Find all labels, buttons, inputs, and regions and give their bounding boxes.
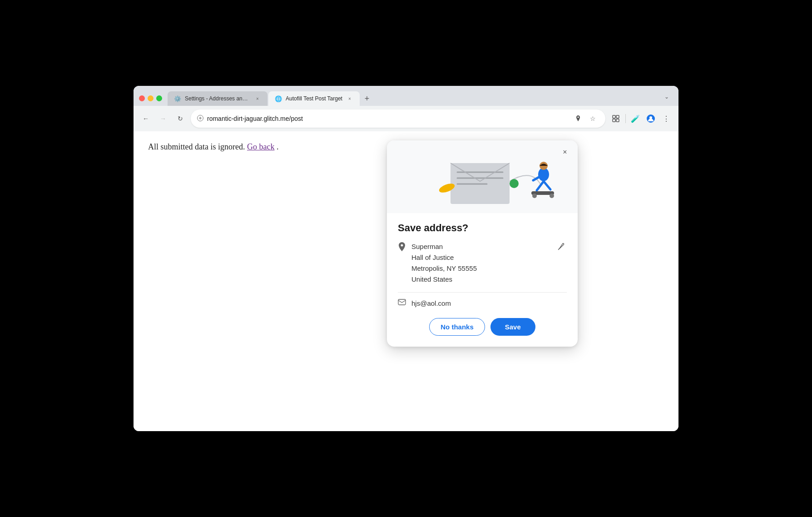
svg-point-14 <box>510 179 519 188</box>
title-bar: ⚙️ Settings - Addresses and mo × 🌐 Autof… <box>134 86 678 106</box>
svg-line-20 <box>537 181 544 190</box>
settings-tab-title: Settings - Addresses and mo <box>185 95 250 102</box>
submitted-data-text: All submitted data is ignored. <box>148 142 245 151</box>
address-info: Superman Hall of Justice Metropolis, NY … <box>398 241 567 285</box>
address-edit-icon[interactable] <box>556 241 567 254</box>
back-button[interactable]: ← <box>139 112 153 125</box>
minimize-traffic-light[interactable] <box>148 95 153 101</box>
popup-title: Save address? <box>398 222 567 234</box>
settings-tab-icon: ⚙️ <box>174 95 181 102</box>
forward-button[interactable]: → <box>156 112 170 125</box>
traffic-lights <box>139 95 162 106</box>
popup-close-button[interactable]: × <box>559 146 571 159</box>
url-text: romantic-dirt-jaguar.glitch.me/post <box>207 115 568 122</box>
maximize-traffic-light[interactable] <box>156 95 162 101</box>
svg-rect-24 <box>398 299 406 305</box>
popup-illustration <box>387 140 578 213</box>
no-thanks-button[interactable]: No thanks <box>429 318 485 336</box>
star-icon[interactable]: ☆ <box>586 112 599 125</box>
save-button[interactable]: Save <box>490 318 535 336</box>
svg-point-23 <box>550 194 554 198</box>
address-security-icon <box>197 115 203 123</box>
go-back-link[interactable]: Go back <box>247 142 274 151</box>
address-line2: Metropolis, NY 55555 <box>411 263 550 274</box>
extensions-icon[interactable] <box>609 112 623 125</box>
address-divider <box>398 292 567 293</box>
browser-window: ⚙️ Settings - Addresses and mo × 🌐 Autof… <box>134 86 678 431</box>
page-content: All submitted data is ignored. Go back .… <box>134 131 678 431</box>
toolbar-right: 🧪 ⋮ <box>609 112 673 125</box>
address-details: Superman Hall of Justice Metropolis, NY … <box>411 241 550 285</box>
svg-rect-3 <box>613 115 615 118</box>
address-bar[interactable]: romantic-dirt-jaguar.glitch.me/post ☆ <box>191 109 605 128</box>
toolbar-divider <box>625 114 626 123</box>
email-icon <box>398 299 406 307</box>
settings-tab[interactable]: ⚙️ Settings - Addresses and mo × <box>168 91 267 106</box>
svg-rect-5 <box>613 119 615 122</box>
address-location-icon <box>398 242 406 254</box>
more-menu-icon[interactable]: ⋮ <box>659 112 673 125</box>
svg-rect-4 <box>616 115 619 118</box>
autofill-tab-icon: 🌐 <box>275 95 282 102</box>
period: . <box>277 142 279 151</box>
svg-point-22 <box>532 194 537 198</box>
new-tab-button[interactable]: + <box>361 92 373 105</box>
popup-body: Save address? Superman Hall of Justice M… <box>387 213 578 347</box>
popup-actions: No thanks Save <box>398 318 567 336</box>
location-icon[interactable] <box>572 112 584 125</box>
tabs-container: ⚙️ Settings - Addresses and mo × 🌐 Autof… <box>168 90 673 106</box>
autofill-tab-close[interactable]: × <box>346 95 353 102</box>
email-info: hjs@aol.com <box>398 299 567 307</box>
toolbar: ← → ↻ romantic-dirt-jaguar.glitch.me/pos… <box>134 106 678 131</box>
address-line3: United States <box>411 274 550 285</box>
email-address: hjs@aol.com <box>411 299 451 307</box>
autofill-tab[interactable]: 🌐 Autofill Test Post Target × <box>268 91 360 106</box>
close-traffic-light[interactable] <box>139 95 145 101</box>
autofill-tab-title: Autofill Test Post Target <box>286 95 342 102</box>
settings-tab-close[interactable]: × <box>254 95 261 102</box>
address-line1: Hall of Justice <box>411 252 550 263</box>
address-bar-actions: ☆ <box>572 112 599 125</box>
lab-icon[interactable]: 🧪 <box>629 112 642 125</box>
save-address-popup: × <box>387 140 578 347</box>
address-name: Superman <box>411 241 550 252</box>
profile-icon[interactable] <box>644 112 658 125</box>
svg-line-19 <box>544 181 550 189</box>
svg-rect-6 <box>616 119 619 122</box>
reload-button[interactable]: ↻ <box>173 112 187 125</box>
tab-dropdown-button[interactable]: ⌄ <box>660 90 673 103</box>
